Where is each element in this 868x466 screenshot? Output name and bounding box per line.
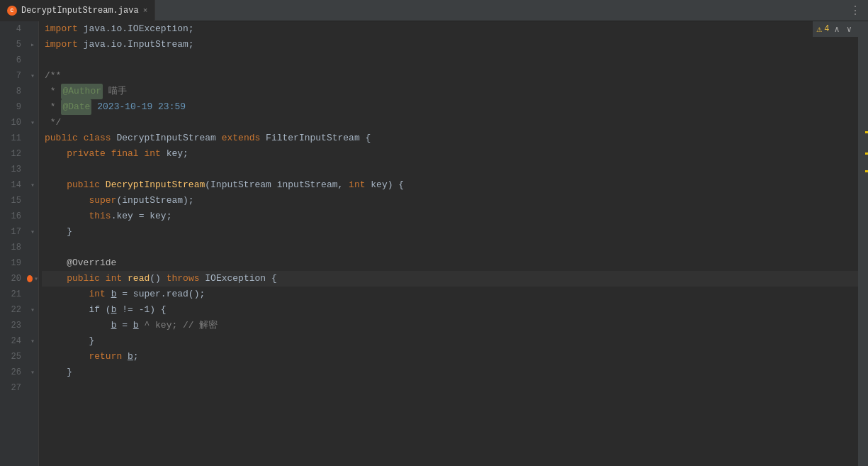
code-line[interactable]: int b = super.read();	[42, 287, 858, 302]
line-number: 23	[0, 318, 27, 333]
fold-icon[interactable]: ▾	[30, 368, 35, 377]
line-number: 21	[0, 287, 27, 302]
token	[106, 146, 111, 162]
warning-count: 4	[824, 24, 829, 34]
token: java.io.IOException;	[78, 21, 194, 37]
active-tab[interactable]: C DecryptInputStream.java ×	[0, 0, 155, 21]
token: }	[45, 365, 72, 380]
gutter-fold: ▾	[27, 72, 38, 80]
code-line[interactable]: }	[42, 365, 858, 380]
token: this	[89, 209, 111, 224]
tab-close-button[interactable]: ×	[143, 6, 148, 15]
token: .key = key;	[111, 209, 172, 224]
token: @Override	[45, 255, 116, 271]
gutter-row: 26▾	[0, 365, 38, 380]
line-number: 24	[0, 333, 27, 349]
gutter-row: 19	[0, 255, 38, 271]
line-number: 15	[0, 193, 27, 209]
gutter-row: 7▾	[0, 68, 38, 84]
gutter-row: 8	[0, 84, 38, 99]
token: (inputStream);	[116, 193, 193, 209]
fold-icon[interactable]: ▾	[34, 274, 38, 283]
code-line[interactable]: this.key = key;	[42, 209, 858, 224]
editor-body: ⚠ 4 ∧ ∨ 45▸67▾8910▾11121314▾151617▾18192…	[0, 21, 868, 466]
gutter-row: 14▾	[0, 177, 38, 193]
top-right-toolbar: ⚠ 4 ∧ ∨	[813, 21, 859, 37]
scroll-up-button[interactable]: ∧	[833, 23, 842, 35]
token: public	[45, 131, 78, 146]
fold-icon[interactable]: ▾	[30, 337, 35, 345]
line-number: 4	[0, 21, 27, 37]
code-line[interactable]: * @Author 喵手	[42, 84, 858, 99]
line-number: 20	[0, 271, 27, 287]
line-number: 9	[0, 99, 27, 115]
code-line[interactable]: public DecryptInputStream(InputStream in…	[42, 177, 858, 193]
token: (InputStream inputStream,	[205, 177, 349, 193]
code-line[interactable]: @Override	[42, 255, 858, 271]
code-lines: import java.io.IOException;import java.i…	[42, 21, 858, 396]
code-line[interactable]: /**	[42, 68, 858, 84]
token: int	[89, 287, 105, 302]
code-line[interactable]: import java.io.IOException;	[42, 21, 858, 37]
line-number: 10	[0, 115, 27, 131]
code-area[interactable]: import java.io.IOException;import java.i…	[39, 21, 858, 466]
token: key;	[161, 146, 188, 162]
fold-icon[interactable]: ▾	[30, 181, 35, 189]
token: return	[89, 349, 122, 365]
token: */	[45, 115, 61, 131]
token	[45, 209, 89, 224]
editor-window: C DecryptInputStream.java × ⋮ ⚠ 4 ∧ ∨ 45…	[0, 0, 868, 466]
code-line[interactable]: public class DecryptInputStream extends …	[42, 131, 858, 146]
gutter-row: 6	[0, 52, 38, 68]
line-number: 6	[0, 52, 27, 68]
gutter-fold-dot: ▾	[27, 274, 38, 283]
token: DecryptInputStream	[111, 131, 222, 146]
gutter-row: 18	[0, 240, 38, 255]
code-line[interactable]: * @Date 2023-10-19 23:59	[42, 99, 858, 115]
line-number-gutter: 45▸67▾8910▾11121314▾151617▾181920▾2122▾2…	[0, 21, 39, 466]
code-line[interactable]	[42, 240, 858, 255]
gutter-row: 27	[0, 380, 38, 396]
fold-icon[interactable]: ▾	[30, 306, 35, 314]
tab-more-button[interactable]: ⋮	[842, 4, 868, 18]
scrollbar[interactable]	[858, 21, 868, 466]
code-line[interactable]	[42, 52, 858, 68]
token: FilterInputStream {	[260, 131, 371, 146]
token	[139, 146, 145, 162]
code-line[interactable]	[42, 162, 858, 177]
line-number: 19	[0, 255, 27, 271]
code-line[interactable]: }	[42, 224, 858, 240]
token	[122, 349, 128, 365]
code-line[interactable]: return b;	[42, 349, 858, 365]
fold-icon[interactable]: ▾	[30, 72, 35, 80]
token: class	[84, 131, 111, 146]
fold-icon[interactable]: ▾	[30, 228, 35, 236]
code-line[interactable]: }	[42, 333, 858, 349]
line-number: 14	[0, 177, 27, 193]
token: }	[45, 224, 72, 240]
scroll-down-button[interactable]: ∨	[845, 23, 854, 35]
gutter-row: 22▾	[0, 302, 38, 318]
token: *	[45, 84, 61, 99]
code-line[interactable]: */	[42, 115, 858, 131]
token: b	[133, 318, 139, 333]
fold-icon[interactable]: ▸	[30, 40, 35, 49]
code-line[interactable]: import java.io.InputStream;	[42, 37, 858, 52]
code-line[interactable]: b = b ^ key; // 解密	[42, 318, 858, 333]
code-line[interactable]: private final int key;	[42, 146, 858, 162]
code-line[interactable]: public int read() throws IOException {	[42, 271, 858, 287]
token: *	[45, 99, 61, 115]
gutter-row: 4	[0, 21, 38, 37]
gutter-fold: ▾	[27, 228, 38, 236]
code-line[interactable]	[42, 380, 858, 396]
line-number: 17	[0, 224, 27, 240]
gutter-row: 20▾	[0, 271, 38, 287]
token: extends	[222, 131, 261, 146]
token: != -1) {	[116, 302, 166, 318]
token: read	[128, 271, 150, 287]
code-line[interactable]: if (b != -1) {	[42, 302, 858, 318]
fold-icon[interactable]: ▾	[30, 118, 35, 127]
code-line[interactable]: super(inputStream);	[42, 193, 858, 209]
token	[45, 318, 111, 333]
line-number: 27	[0, 380, 27, 396]
